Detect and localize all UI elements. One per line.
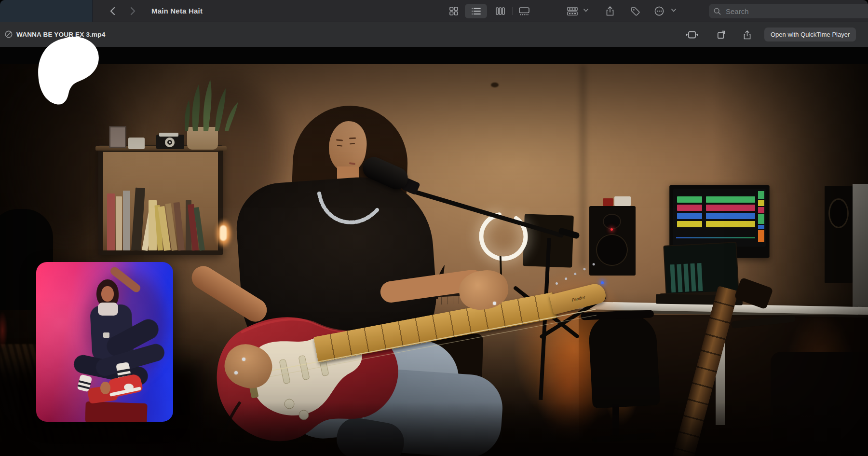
popout-window-icon bbox=[717, 30, 726, 40]
quicklook-bar: WANNA BE YOUR EX 3.mp4 Open with QuickTi… bbox=[0, 22, 868, 47]
album-red-box bbox=[85, 401, 148, 422]
finder-toolbar: Main Neta Hait bbox=[0, 0, 868, 22]
columns-view-icon bbox=[496, 7, 505, 15]
group-by-icon bbox=[567, 7, 578, 15]
list-view-icon bbox=[472, 7, 481, 15]
slash-circle-icon bbox=[5, 30, 13, 38]
more-actions-chevron-icon bbox=[671, 9, 676, 12]
more-actions-button[interactable] bbox=[650, 4, 668, 18]
tags-button[interactable] bbox=[626, 4, 644, 18]
search-icon bbox=[714, 8, 721, 15]
open-in-window-button[interactable] bbox=[714, 28, 728, 41]
album-figure-shirt bbox=[98, 303, 118, 316]
ellipsis-circle-icon bbox=[654, 6, 664, 16]
window-title: Main Neta Hait bbox=[151, 0, 203, 22]
quicklook-share-button[interactable] bbox=[740, 28, 754, 41]
open-button-label: Open with QuickTime Player bbox=[771, 31, 850, 38]
view-list-button[interactable] bbox=[465, 4, 487, 18]
view-icons-button[interactable] bbox=[445, 4, 463, 18]
share-button[interactable] bbox=[601, 4, 619, 18]
finder-window: Main Neta Hait bbox=[0, 0, 868, 456]
actual-size-button[interactable] bbox=[685, 28, 699, 41]
share-icon bbox=[606, 6, 614, 16]
view-gallery-button[interactable] bbox=[515, 4, 533, 18]
share-icon bbox=[744, 30, 751, 40]
group-by-button[interactable] bbox=[563, 4, 582, 18]
search-field[interactable] bbox=[709, 4, 868, 18]
album-figure-tag bbox=[103, 332, 109, 338]
open-with-quicktime-button[interactable]: Open with QuickTime Player bbox=[764, 28, 856, 41]
view-columns-button[interactable] bbox=[491, 4, 509, 18]
pinch-zoom-icon bbox=[686, 31, 698, 39]
toolbar-divider bbox=[512, 7, 513, 15]
album-art-thumbnail bbox=[36, 262, 173, 422]
group-by-chevron-icon bbox=[583, 9, 588, 12]
grid-view-icon bbox=[449, 7, 458, 15]
gallery-view-icon bbox=[519, 7, 529, 15]
forward-button[interactable] bbox=[124, 4, 141, 18]
album-figure-face bbox=[101, 286, 114, 302]
back-button[interactable] bbox=[104, 4, 121, 18]
chevron-left-icon bbox=[110, 7, 115, 15]
chevron-right-icon bbox=[130, 7, 136, 15]
patreon-logo-icon bbox=[35, 37, 103, 105]
sidebar-top-strip bbox=[0, 0, 93, 22]
tag-icon bbox=[631, 7, 640, 16]
search-input[interactable] bbox=[725, 7, 860, 16]
